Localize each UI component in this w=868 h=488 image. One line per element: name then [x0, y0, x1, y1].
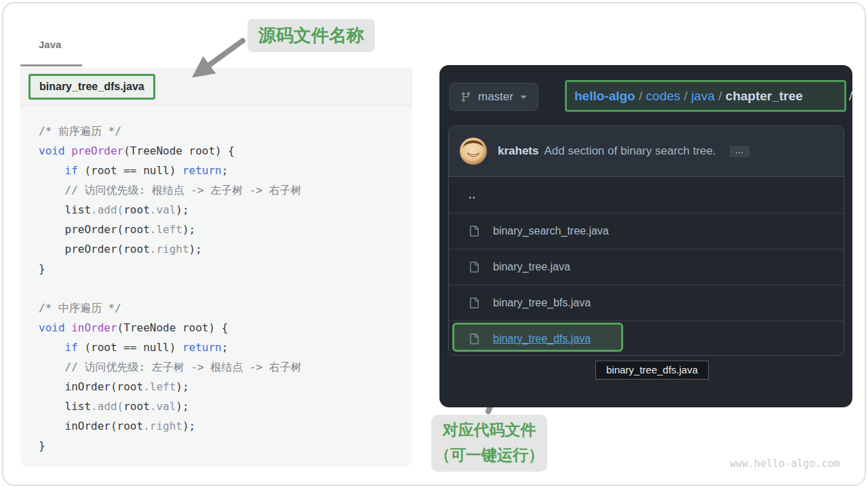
breadcrumb-segment-hello-algo[interactable]: hello-algo	[574, 89, 635, 104]
file-row[interactable]: binary_tree.java	[449, 249, 844, 285]
latest-commit-bar: krahets Add section of binary search tre…	[449, 126, 844, 177]
file-name[interactable]: binary_tree_bfs.java	[493, 297, 591, 309]
commit-more-button[interactable]: …	[730, 146, 750, 157]
file-icon	[469, 226, 479, 237]
git-branch-icon	[460, 92, 471, 102]
parent-dir-row[interactable]: ..	[449, 177, 844, 213]
chevron-down-icon	[520, 96, 527, 102]
file-row[interactable]: binary_tree_dfs.java	[449, 321, 844, 357]
breadcrumb-segment-codes[interactable]: codes	[646, 89, 681, 104]
code-header: binary_tree_dfs.java	[20, 68, 412, 106]
breadcrumb-separator: /	[635, 89, 646, 104]
code-block: /* 前序遍历 */ void preOrder(TreeNode root) …	[20, 106, 307, 455]
avatar[interactable]	[460, 138, 487, 165]
branch-selector-button[interactable]: master	[449, 83, 538, 111]
file-icon	[469, 298, 479, 308]
file-name[interactable]: binary_tree.java	[493, 261, 570, 273]
annotation-source-filename: 源码文件名称	[248, 19, 375, 52]
commit-author[interactable]: krahets	[498, 144, 538, 158]
watermark: www.hello-algo.com	[730, 458, 840, 470]
file-icon	[469, 262, 479, 272]
file-tooltip: binary_tree_dfs.java	[595, 361, 709, 380]
file-name[interactable]: ..	[469, 189, 476, 201]
annotation-code-file-line2: （可一键运行）	[431, 443, 547, 468]
tab-java[interactable]: Java	[39, 39, 61, 50]
breadcrumb-segment-chapter_tree: chapter_tree	[726, 89, 803, 104]
breadcrumb: hello-algo / codes / java / chapter_tree	[565, 80, 846, 112]
breadcrumb-trailing-slash: /	[849, 80, 852, 112]
annotation-code-file-line1: 对应代码文件	[431, 418, 547, 443]
breadcrumb-segment-java[interactable]: java	[691, 89, 715, 104]
tab-active-indicator	[20, 64, 82, 66]
file-row[interactable]: binary_tree_bfs.java	[449, 285, 844, 321]
file-row[interactable]: binary_search_tree.java	[449, 213, 844, 249]
file-list: ..binary_search_tree.javabinary_tree.jav…	[449, 177, 844, 357]
source-filename-highlight: binary_tree_dfs.java	[28, 74, 155, 100]
breadcrumb-separator: /	[715, 89, 726, 104]
file-highlight-box	[452, 323, 623, 352]
branch-label: master	[478, 90, 513, 104]
annotation-code-file: 对应代码文件 （可一键运行）	[431, 415, 547, 472]
file-name[interactable]: binary_search_tree.java	[493, 225, 609, 237]
commit-message[interactable]: Add section of binary search tree.	[544, 144, 715, 158]
file-browser-box: krahets Add section of binary search tre…	[448, 125, 844, 356]
repo-browser-panel: master hello-algo / codes / java / chapt…	[439, 65, 852, 407]
breadcrumb-separator: /	[680, 89, 691, 104]
code-panel: binary_tree_dfs.java /* 前序遍历 */ void pre…	[20, 68, 412, 467]
